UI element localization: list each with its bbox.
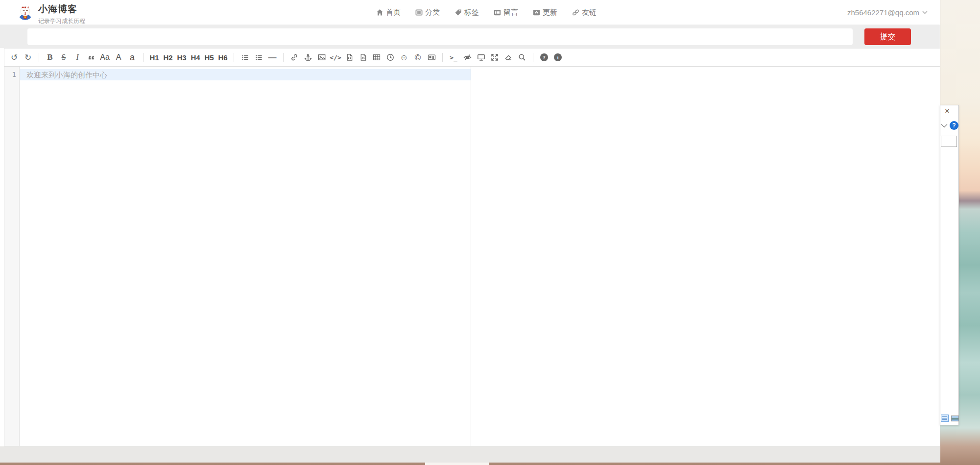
popup-help-icon[interactable]: ? xyxy=(950,121,958,130)
h1-button[interactable]: H1 xyxy=(147,50,161,64)
user-account-menu[interactable]: zh56462271@qq.com xyxy=(847,0,928,25)
nav-item-messages[interactable]: 留言 xyxy=(494,8,518,17)
toolbar-divider xyxy=(234,53,234,62)
redo-icon: ↻ xyxy=(24,53,31,62)
html-entities-button[interactable]: © xyxy=(411,50,425,64)
code-pane[interactable]: 1 欢迎来到小海的创作中心 xyxy=(4,67,471,446)
editor-placeholder-text: 欢迎来到小海的创作中心 xyxy=(20,69,471,80)
help-icon: ? xyxy=(540,53,548,61)
html-entities-icon: © xyxy=(415,53,421,62)
image-button[interactable] xyxy=(315,50,329,64)
list-ul-button[interactable] xyxy=(238,50,252,64)
lowercase-button[interactable]: a xyxy=(125,50,139,64)
code-block-icon xyxy=(359,53,367,61)
undo-button[interactable]: ↺ xyxy=(7,50,21,64)
table-button[interactable] xyxy=(370,50,383,64)
nav-item-friend-links[interactable]: 友链 xyxy=(572,8,597,17)
h3-icon: H3 xyxy=(177,53,186,62)
edge-popup-panel: × ? xyxy=(940,105,959,425)
h5-button[interactable]: H5 xyxy=(202,50,216,64)
nav-item-home[interactable]: 首页 xyxy=(376,8,401,17)
help-button[interactable]: ? xyxy=(537,50,551,64)
user-email: zh56462271@qq.com xyxy=(847,8,919,17)
search-icon xyxy=(518,53,526,61)
close-icon[interactable]: × xyxy=(945,107,950,115)
h6-button[interactable]: H6 xyxy=(216,50,230,64)
image-thumbnail-icon[interactable] xyxy=(951,416,959,421)
reference-link-button[interactable] xyxy=(301,50,315,64)
italic-button[interactable]: I xyxy=(71,50,84,64)
monitor-icon xyxy=(477,53,485,61)
preformatted-text-button[interactable] xyxy=(342,50,356,64)
datetime-button[interactable] xyxy=(383,50,397,64)
chevron-down-icon[interactable] xyxy=(941,123,948,128)
eraser-icon xyxy=(504,53,512,61)
h3-button[interactable]: H3 xyxy=(175,50,189,64)
uppercase-button[interactable]: A xyxy=(112,50,125,64)
hr-button[interactable]: — xyxy=(265,50,279,64)
list-ol-icon xyxy=(255,54,263,61)
message-board-icon xyxy=(494,9,501,16)
lowercase-icon: a xyxy=(130,52,135,63)
emoji-button[interactable]: ☺ xyxy=(397,50,411,64)
avatar-cartoon-icon xyxy=(18,5,33,20)
header: 小海博客 记录学习成长历程 首页 分类 标签 留言 更新 xyxy=(0,0,940,25)
info-icon: i xyxy=(554,53,562,61)
clear-button[interactable] xyxy=(502,50,515,64)
search-button[interactable] xyxy=(515,50,529,64)
preview-button[interactable] xyxy=(474,50,488,64)
anchor-icon xyxy=(304,53,312,61)
strikethrough-button[interactable]: S xyxy=(57,50,71,64)
goto-line-button[interactable]: >_ xyxy=(447,50,460,64)
home-icon xyxy=(376,9,383,16)
undo-icon: ↺ xyxy=(11,53,18,62)
list-view-icon[interactable] xyxy=(941,415,949,422)
fullscreen-arrows-icon xyxy=(491,53,499,61)
h2-icon: H2 xyxy=(163,53,172,62)
nav-label: 友链 xyxy=(582,8,597,17)
main-nav: 首页 分类 标签 留言 更新 友链 xyxy=(376,0,597,25)
quote-button[interactable] xyxy=(84,50,98,64)
compose-band: 提交 xyxy=(0,25,940,48)
list-ul-icon xyxy=(241,54,249,61)
redo-button[interactable]: ↻ xyxy=(21,50,35,64)
editor-body: 1 欢迎来到小海的创作中心 xyxy=(4,67,940,446)
category-icon xyxy=(415,9,423,16)
preformatted-text-icon xyxy=(346,53,353,61)
post-title-input[interactable] xyxy=(27,28,853,45)
ucwords-button[interactable]: Aa xyxy=(98,50,112,64)
h4-button[interactable]: H4 xyxy=(189,50,202,64)
page-footer-strip xyxy=(0,446,940,463)
nav-item-categories[interactable]: 分类 xyxy=(415,8,440,17)
active-line-highlight[interactable]: 欢迎来到小海的创作中心 xyxy=(20,69,471,80)
list-ol-button[interactable] xyxy=(252,50,265,64)
submit-button[interactable]: 提交 xyxy=(864,28,911,45)
nav-item-tags[interactable]: 标签 xyxy=(454,8,479,17)
site-identity: 小海博客 记录学习成长历程 xyxy=(38,3,85,25)
site-logo-avatar[interactable] xyxy=(18,5,33,20)
pagebreak-button[interactable] xyxy=(425,50,438,64)
update-icon xyxy=(533,9,540,16)
nav-label: 首页 xyxy=(386,8,401,17)
code-block-button[interactable] xyxy=(356,50,370,64)
background-foam-patch xyxy=(425,463,489,465)
code-button[interactable]: </> xyxy=(329,50,342,64)
nav-label: 留言 xyxy=(503,8,518,17)
bold-button[interactable]: B xyxy=(43,50,57,64)
popup-input[interactable] xyxy=(941,136,957,147)
popup-bottom-icons xyxy=(941,415,959,422)
h2-button[interactable]: H2 xyxy=(161,50,175,64)
quote-icon xyxy=(88,54,95,61)
watch-button[interactable] xyxy=(460,50,474,64)
nav-label: 更新 xyxy=(543,8,557,17)
fullscreen-button[interactable] xyxy=(488,50,502,64)
table-icon xyxy=(373,53,381,61)
toolbar-divider xyxy=(39,53,39,62)
link-button[interactable] xyxy=(287,50,301,64)
nav-item-updates[interactable]: 更新 xyxy=(533,8,557,17)
info-button[interactable]: i xyxy=(551,50,565,64)
site-subtitle: 记录学习成长历程 xyxy=(38,17,85,25)
bold-icon: B xyxy=(47,52,52,62)
image-icon xyxy=(318,53,326,61)
goto-line-icon: >_ xyxy=(450,54,457,61)
